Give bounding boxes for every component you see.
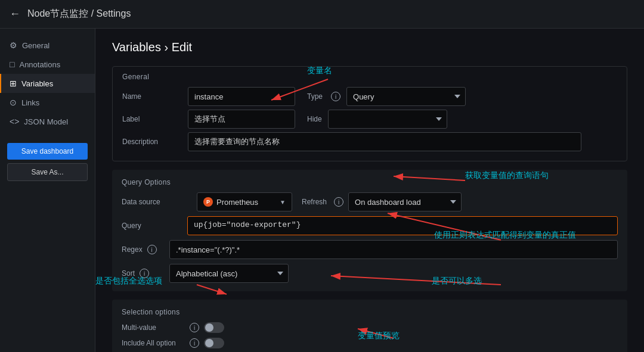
- label-label: Label: [122, 115, 188, 123]
- sidebar-item-json-model[interactable]: <> JSON Model: [0, 112, 95, 131]
- multi-value-toggle[interactable]: [204, 322, 224, 333]
- label-input[interactable]: [188, 110, 295, 129]
- query-label: Query: [122, 222, 187, 230]
- links-icon: ⊙: [10, 98, 17, 107]
- main-layout: ⚙ General □ Annotations ⊞ Variables ⊙ Li…: [0, 29, 644, 352]
- general-section: General Name Type i Query Custom Constan…: [112, 66, 627, 161]
- sort-field-label: Sort i: [122, 269, 169, 278]
- multi-value-label: Multi-value: [122, 323, 187, 332]
- save-dashboard-button[interactable]: Save dashboard: [7, 143, 88, 160]
- sidebar-label-general: General: [22, 41, 49, 50]
- general-icon: ⚙: [10, 41, 17, 50]
- sidebar: ⚙ General □ Annotations ⊞ Variables ⊙ Li…: [0, 29, 95, 352]
- general-label: General: [122, 73, 617, 81]
- include-all-info-icon[interactable]: i: [190, 338, 199, 348]
- type-info-icon[interactable]: i: [331, 92, 340, 101]
- datasource-refresh-row: Data source P Prometheus ▼ Refresh i On …: [122, 192, 618, 211]
- prometheus-icon: P: [203, 197, 213, 207]
- sort-label-text: Sort: [122, 269, 135, 278]
- name-label: Name: [122, 92, 188, 101]
- multi-value-row: Multi-value i: [122, 322, 618, 333]
- description-row: Description: [122, 132, 617, 151]
- annotations-icon: □: [10, 60, 14, 69]
- refresh-select[interactable]: On dashboard load On time range change N…: [348, 192, 462, 211]
- page-title: Variables › Edit: [112, 41, 627, 54]
- query-options-section: Query Options Data source P Prometheus ▼…: [112, 170, 627, 291]
- type-select[interactable]: Query Custom Constant: [346, 87, 466, 106]
- label-hide-row: Label Hide Label Variable: [122, 110, 617, 129]
- variables-icon: ⊞: [10, 79, 17, 88]
- refresh-info-icon[interactable]: i: [334, 197, 343, 207]
- sidebar-actions: Save dashboard Save As...: [0, 136, 95, 188]
- description-input[interactable]: [188, 132, 581, 151]
- datasource-chevron: ▼: [280, 199, 286, 205]
- regex-row: Regex i: [122, 240, 618, 259]
- datasource-select[interactable]: P Prometheus ▼: [197, 192, 292, 211]
- sidebar-label-links: Links: [21, 98, 39, 107]
- query-row: Query up{job="node-exporter"}: [122, 216, 618, 235]
- hide-label: Hide: [307, 115, 322, 123]
- refresh-group: Refresh i On dashboard load On time rang…: [302, 192, 462, 211]
- selection-options-label: Selection options: [122, 308, 618, 316]
- back-button[interactable]: ←: [10, 8, 20, 20]
- topbar: ← Node节点监控 / Settings: [0, 0, 644, 29]
- sort-select[interactable]: Alphabetical (asc) Alphabetical (desc) N…: [169, 264, 289, 283]
- save-as-button[interactable]: Save As...: [7, 163, 88, 181]
- multi-value-info-icon[interactable]: i: [190, 323, 199, 332]
- name-input[interactable]: [188, 87, 295, 106]
- type-group: Type i Query Custom Constant: [307, 87, 466, 106]
- query-options-label: Query Options: [122, 178, 618, 186]
- regex-field-label: Regex i: [122, 245, 169, 254]
- hide-group: Hide Label Variable: [307, 110, 447, 129]
- sidebar-item-annotations[interactable]: □ Annotations: [0, 55, 95, 74]
- regex-input[interactable]: [169, 240, 618, 259]
- sidebar-item-variables[interactable]: ⊞ Variables: [0, 74, 95, 93]
- datasource-label: Data source: [122, 198, 187, 206]
- json-icon: <>: [10, 117, 19, 126]
- sidebar-label-variables: Variables: [21, 79, 53, 88]
- sort-row: Sort i Alphabetical (asc) Alphabetical (…: [122, 264, 618, 283]
- regex-label-text: Regex: [122, 245, 143, 254]
- sidebar-item-links[interactable]: ⊙ Links: [0, 93, 95, 112]
- description-label: Description: [122, 138, 188, 146]
- query-input[interactable]: up{job="node-exporter"}: [187, 216, 618, 235]
- sort-info-icon[interactable]: i: [140, 269, 149, 278]
- include-all-label: Include All option: [122, 339, 187, 347]
- topbar-title: Node节点监控 / Settings: [27, 8, 131, 20]
- sidebar-label-annotations: Annotations: [19, 60, 60, 69]
- type-label: Type: [307, 92, 323, 101]
- refresh-label: Refresh: [302, 198, 327, 206]
- selection-options-section: Selection options Multi-value i Include …: [112, 300, 627, 352]
- hide-select[interactable]: Label Variable: [328, 110, 447, 129]
- include-all-toggle[interactable]: [204, 338, 224, 348]
- regex-info-icon[interactable]: i: [147, 245, 157, 254]
- include-all-row: Include All option i: [122, 338, 618, 348]
- sidebar-label-json: JSON Model: [24, 117, 68, 126]
- name-type-row: Name Type i Query Custom Constant: [122, 87, 617, 106]
- main-content: Variables › Edit General Name Type i Que…: [95, 29, 644, 352]
- datasource-value: Prometheus: [216, 198, 276, 207]
- sidebar-item-general[interactable]: ⚙ General: [0, 36, 95, 55]
